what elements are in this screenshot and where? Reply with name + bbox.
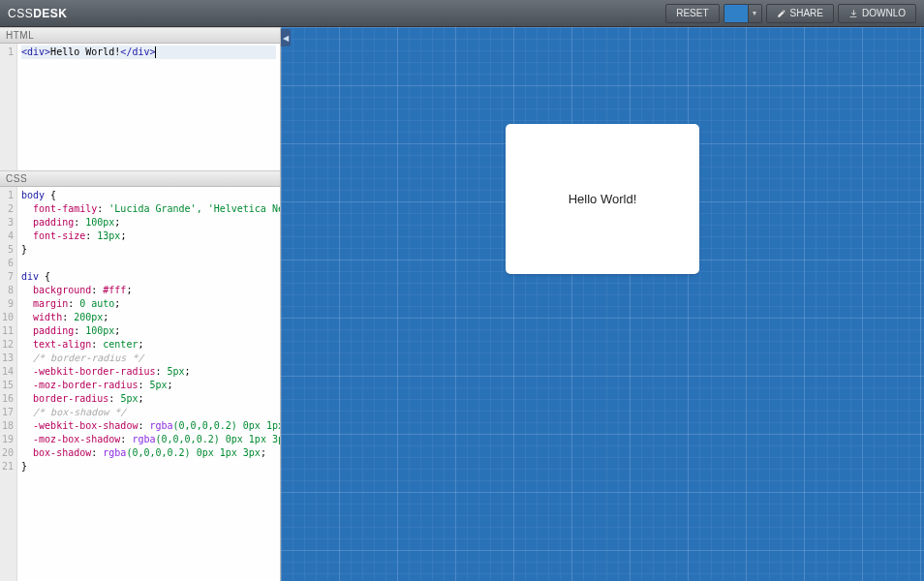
- css-panel: CSS 123456789101112131415161718192021 bo…: [0, 170, 280, 581]
- html-code-lines[interactable]: <div>Hello World!</div>: [17, 44, 280, 170]
- css-code-lines[interactable]: body { font-family: 'Lucida Grande', 'He…: [17, 187, 280, 581]
- download-label: DOWNLO: [862, 8, 906, 18]
- html-gutter: 1: [0, 44, 17, 170]
- editor-sidebar: HTML 1 <div>Hello World!</div> CSS 12345…: [0, 27, 281, 581]
- css-panel-label: CSS: [0, 170, 280, 187]
- collapse-sidebar-button[interactable]: ◀: [281, 29, 291, 46]
- preview-output: Hello World!: [506, 124, 699, 274]
- preview-pane: Hello World!: [281, 27, 924, 581]
- logo-post: DESK: [33, 7, 67, 20]
- reset-label: RESET: [676, 8, 708, 18]
- download-button[interactable]: DOWNLO: [838, 4, 916, 23]
- html-panel-label: HTML: [0, 27, 280, 44]
- html-tag-open: <div>: [21, 46, 50, 57]
- background-dropdown[interactable]: ▼: [749, 4, 762, 23]
- html-tag-close: </div>: [120, 46, 155, 57]
- share-label: SHARE: [790, 8, 823, 18]
- html-text: Hello World!: [50, 46, 120, 57]
- download-icon: [848, 9, 858, 18]
- logo: CSSDESK: [8, 7, 68, 20]
- chevron-left-icon: ◀: [283, 34, 289, 43]
- share-button[interactable]: SHARE: [766, 4, 834, 23]
- html-panel: HTML 1 <div>Hello World!</div>: [0, 27, 280, 170]
- reset-button[interactable]: RESET: [665, 4, 719, 23]
- css-editor[interactable]: 123456789101112131415161718192021 body {…: [0, 187, 280, 581]
- css-gutter: 123456789101112131415161718192021: [0, 187, 17, 581]
- preview-text: Hello World!: [569, 192, 637, 206]
- share-icon: [777, 9, 786, 18]
- app-header: CSSDESK RESET ▼ SHARE DOWNLO: [0, 0, 924, 27]
- chevron-down-icon: ▼: [752, 10, 758, 16]
- main-area: HTML 1 <div>Hello World!</div> CSS 12345…: [0, 27, 924, 581]
- logo-pre: CSS: [8, 7, 33, 20]
- html-editor[interactable]: 1 <div>Hello World!</div>: [0, 44, 280, 170]
- text-cursor: [155, 46, 156, 58]
- background-color-picker[interactable]: [724, 4, 749, 23]
